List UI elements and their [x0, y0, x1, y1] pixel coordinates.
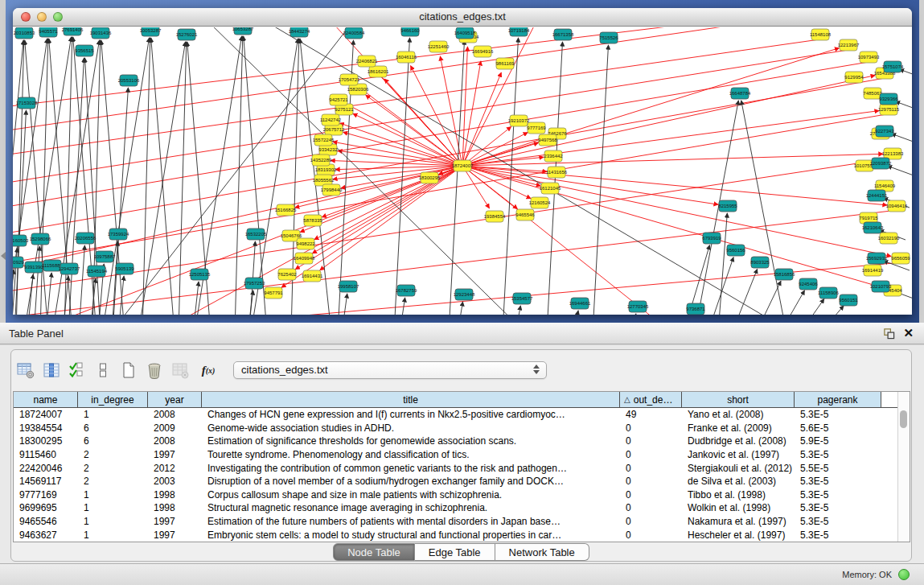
- table-row[interactable]: 977716911998Corpus callosum shape and si…: [14, 488, 910, 502]
- table-cell[interactable]: 14569117: [14, 476, 78, 487]
- graph-node[interactable]: 10975887: [94, 251, 116, 262]
- table-cell[interactable]: Changes of HCN gene expression and I(f) …: [202, 409, 620, 420]
- graph-node[interactable]: 17998440: [321, 184, 343, 196]
- table-cell[interactable]: Corpus callosum shape and size in male p…: [202, 489, 620, 501]
- table-cell[interactable]: 5.3E-5: [795, 476, 881, 487]
- vertical-scrollbar[interactable]: [897, 392, 910, 542]
- table-cell[interactable]: 1: [78, 409, 148, 420]
- graph-node[interactable]: 9227343: [875, 126, 894, 137]
- graph-node[interactable]: 16671358: [552, 29, 574, 40]
- graph-node[interactable]: 6793919: [702, 233, 721, 244]
- graph-node[interactable]: 11158906: [818, 287, 839, 299]
- graph-node[interactable]: 20310853: [14, 27, 35, 39]
- table-cell[interactable]: 5.6E-5: [795, 422, 881, 434]
- table-cell[interactable]: 9777169: [14, 489, 78, 501]
- show-columns-button[interactable]: [42, 360, 61, 380]
- table-cell[interactable]: Investigating the contribution of common…: [202, 463, 620, 474]
- graph-node[interactable]: 9329366: [879, 93, 898, 105]
- graph-node[interactable]: 16914431: [302, 270, 323, 282]
- table-cell[interactable]: 2008: [148, 435, 202, 447]
- new-table-button[interactable]: [119, 360, 138, 380]
- collapse-west-panel-arrow[interactable]: [1, 252, 6, 260]
- graph-node[interactable]: 16694916: [472, 46, 494, 57]
- graph-node[interactable]: 19958107: [338, 281, 359, 292]
- graph-node[interactable]: 16409948: [294, 253, 315, 264]
- graph-node[interactable]: 15816856: [774, 269, 795, 280]
- table-settings-button[interactable]: [16, 360, 35, 380]
- delete-table-button[interactable]: [145, 360, 164, 380]
- graph-node[interactable]: 16046116: [396, 51, 417, 63]
- table-cell[interactable]: 2: [78, 463, 148, 474]
- table-cell[interactable]: Hescheler et al. (1997): [682, 529, 795, 541]
- column-checklist-button[interactable]: [68, 360, 87, 380]
- table-cell[interactable]: Jankovic et al. (1997): [682, 449, 795, 460]
- column-header-pagerank[interactable]: pagerank: [795, 392, 881, 407]
- graph-node[interactable]: 16121045: [540, 183, 561, 194]
- column-header-year[interactable]: year: [148, 392, 202, 407]
- graph-node[interactable]: 22400584: [343, 27, 365, 39]
- table-cell[interactable]: 5.3E-5: [795, 529, 881, 541]
- table-cell[interactable]: 2012: [148, 463, 202, 474]
- graph-node[interactable]: 9560156: [726, 245, 745, 256]
- graph-node[interactable]: 16944661: [569, 298, 591, 309]
- graph-node[interactable]: 20206556: [75, 233, 97, 244]
- table-cell[interactable]: 0: [620, 529, 682, 541]
- table-row[interactable]: 1456911722003Disruption of a novel membe…: [14, 475, 910, 488]
- column-header-short[interactable]: short: [682, 392, 795, 407]
- table-cell[interactable]: 2008: [148, 409, 202, 420]
- graph-node[interactable]: 9245406: [799, 278, 818, 290]
- table-cell[interactable]: 5.3E-5: [795, 489, 881, 501]
- graph-node[interactable]: 11242742: [320, 114, 342, 126]
- table-cell[interactable]: Dudbridge et al. (2008): [682, 435, 795, 447]
- graph-node[interactable]: 7515526: [599, 32, 618, 43]
- graph-node[interactable]: 10973493: [858, 51, 880, 63]
- table-row[interactable]: 946554611997Estimation of the future num…: [14, 515, 910, 529]
- graph-node[interactable]: 18443274: [289, 27, 310, 37]
- graph-node[interactable]: 12923448: [454, 289, 475, 300]
- tab-node-table[interactable]: Node Table: [333, 543, 415, 561]
- graph-node[interactable]: 15692931: [866, 253, 888, 264]
- graph-node[interactable]: 10653287: [232, 27, 254, 35]
- graph-node[interactable]: 17957253: [244, 278, 265, 289]
- scrollbar-thumb[interactable]: [900, 410, 907, 428]
- table-cell[interactable]: Nakamura et al. (1997): [682, 516, 795, 527]
- table-cell[interactable]: 0: [620, 463, 682, 474]
- graph-node[interactable]: 9300929: [13, 257, 24, 268]
- column-header-title[interactable]: title: [202, 392, 620, 407]
- table-cell[interactable]: 9465546: [14, 516, 78, 527]
- graph-node[interactable]: 10946416: [886, 200, 908, 212]
- table-cell[interactable]: 49: [620, 409, 682, 420]
- table-row[interactable]: 1872400712008Changes of HCN gene express…: [14, 408, 910, 422]
- graph-node[interactable]: 18300295: [419, 172, 441, 183]
- graph-node[interactable]: 12975115: [878, 104, 900, 115]
- table-cell[interactable]: 2003: [148, 476, 202, 487]
- table-cell[interactable]: 6: [78, 422, 148, 434]
- graph-node[interactable]: 16782759: [396, 285, 417, 296]
- graph-node[interactable]: 15298066: [30, 233, 51, 245]
- graph-node[interactable]: 9656059: [891, 253, 910, 264]
- graph-node[interactable]: 11548108: [810, 29, 832, 40]
- table-cell[interactable]: 9699695: [14, 502, 78, 513]
- column-header-in_degree[interactable]: in_degree: [78, 392, 148, 407]
- graph-node[interactable]: 18616201: [368, 66, 389, 77]
- graph-node[interactable]: 9391390: [24, 262, 43, 273]
- graph-node[interactable]: 12213967: [838, 39, 860, 51]
- network-window-titlebar[interactable]: citations_edges.txt: [13, 8, 912, 27]
- table-cell[interactable]: Stergiakouli et al. (2012): [682, 463, 795, 474]
- graph-node[interactable]: 5905139: [115, 263, 134, 274]
- table-row[interactable]: 911546021997Tourette syndrome. Phenomeno…: [14, 448, 910, 462]
- table-cell[interactable]: 0: [620, 449, 682, 460]
- table-cell[interactable]: 5.5E-5: [795, 463, 881, 474]
- graph-node[interactable]: 12942737: [59, 263, 80, 274]
- table-cell[interactable]: 5.3E-5: [795, 409, 881, 420]
- graph-node[interactable]: 8903325: [750, 257, 770, 268]
- table-row[interactable]: 1830029562008Estimation of significance …: [14, 435, 910, 448]
- graph-node[interactable]: 9777169: [527, 122, 546, 134]
- table-cell[interactable]: 1: [78, 516, 148, 527]
- network-graph[interactable]: 1872400712251460160461161861620115820306…: [13, 27, 912, 315]
- graph-node[interactable]: 9457791: [264, 287, 283, 299]
- graph-node[interactable]: 15354577: [511, 293, 533, 304]
- graph-node[interactable]: 14352289: [310, 154, 332, 166]
- graph-node[interactable]: 22406821: [356, 56, 378, 67]
- table-cell[interactable]: 6: [78, 435, 148, 447]
